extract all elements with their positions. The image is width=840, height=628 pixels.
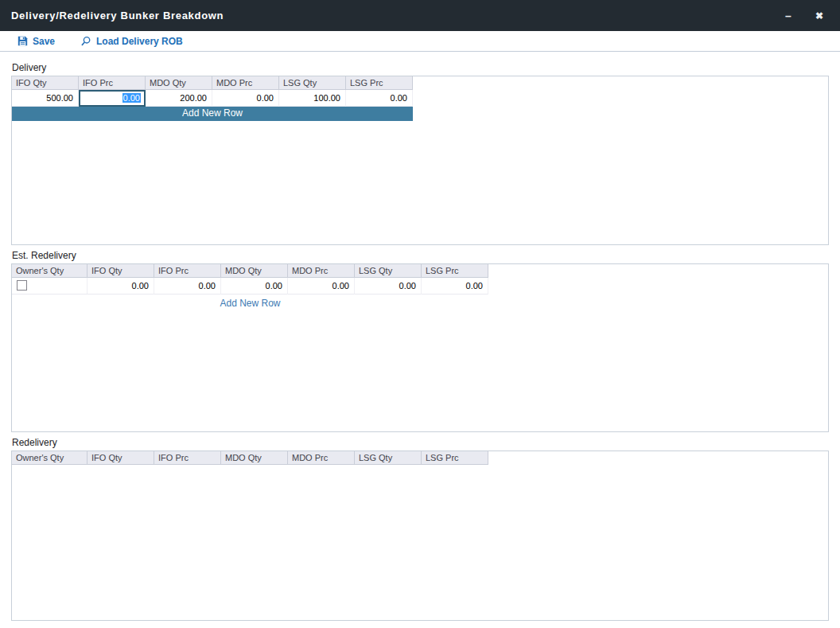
- est-redelivery-panel: Owner's Qty IFO Qty IFO Prc MDO Qty MDO …: [11, 263, 829, 432]
- cell-mdo-qty[interactable]: 200.00: [146, 90, 212, 107]
- column-header-lsg-prc: LSG Prc: [346, 76, 413, 90]
- cell-mdo-prc[interactable]: 0.00: [288, 278, 355, 294]
- column-header-lsg-prc: LSG Prc: [422, 264, 488, 278]
- est-redelivery-add-row-container: Add New Row: [12, 294, 488, 312]
- column-header-owners-qty: Owner's Qty: [12, 264, 88, 278]
- column-header-ifo-qty: IFO Qty: [88, 451, 154, 465]
- column-header-mdo-prc: MDO Prc: [288, 451, 355, 465]
- redelivery-section-label: Redelivery: [12, 438, 829, 448]
- column-header-lsg-qty: LSG Qty: [279, 76, 346, 90]
- column-header-lsg-qty: LSG Qty: [355, 264, 422, 278]
- est-redelivery-data-row: 0.00 0.00 0.00 0.00 0.00 0.00: [12, 278, 488, 294]
- est-redelivery-section: Est. Redelivery Owner's Qty IFO Qty IFO …: [11, 251, 829, 432]
- est-redelivery-add-new-row-button[interactable]: Add New Row: [220, 298, 280, 309]
- save-button[interactable]: Save: [18, 36, 55, 47]
- owners-qty-checkbox[interactable]: [17, 280, 27, 291]
- redelivery-header-row: Owner's Qty IFO Qty IFO Prc MDO Qty MDO …: [12, 451, 488, 465]
- column-header-owners-qty: Owner's Qty: [12, 451, 88, 465]
- dialog-content: Delivery IFO Qty IFO Prc MDO Qty MDO Prc…: [0, 52, 840, 621]
- toolbar: Save Load Delivery ROB: [0, 31, 840, 52]
- load-delivery-rob-label: Load Delivery ROB: [96, 36, 183, 47]
- cell-lsg-qty[interactable]: 100.00: [279, 90, 346, 107]
- delivery-data-row: 500.00 0.00 200.00 0.00 100.00 0.00: [12, 90, 413, 107]
- column-header-lsg-qty: LSG Qty: [355, 451, 422, 465]
- delivery-header-row: IFO Qty IFO Prc MDO Qty MDO Prc LSG Qty …: [12, 76, 413, 90]
- window-titlebar: Delivery/Redelivery Bunker Breakdown – ✖: [0, 0, 840, 31]
- est-redelivery-header-row: Owner's Qty IFO Qty IFO Prc MDO Qty MDO …: [12, 264, 488, 278]
- cell-lsg-prc[interactable]: 0.00: [422, 278, 488, 294]
- cell-mdo-prc[interactable]: 0.00: [212, 90, 279, 107]
- cell-owners-qty: [12, 278, 88, 294]
- redelivery-panel: Owner's Qty IFO Qty IFO Prc MDO Qty MDO …: [11, 451, 829, 621]
- column-header-mdo-qty: MDO Qty: [221, 264, 288, 278]
- est-redelivery-grid: Owner's Qty IFO Qty IFO Prc MDO Qty MDO …: [12, 264, 488, 312]
- delivery-grid: IFO Qty IFO Prc MDO Qty MDO Prc LSG Qty …: [12, 76, 413, 121]
- est-redelivery-section-label: Est. Redelivery: [12, 251, 829, 261]
- column-header-ifo-prc: IFO Prc: [154, 264, 221, 278]
- delivery-section: Delivery IFO Qty IFO Prc MDO Qty MDO Prc…: [11, 63, 829, 245]
- floppy-disk-icon: [18, 36, 28, 46]
- cell-ifo-prc-editing[interactable]: 0.00: [79, 90, 146, 107]
- column-header-ifo-qty: IFO Qty: [88, 264, 154, 278]
- column-header-lsg-prc: LSG Prc: [422, 451, 488, 465]
- cell-mdo-qty[interactable]: 0.00: [221, 278, 288, 294]
- window-controls: – ✖: [767, 6, 829, 25]
- redelivery-section: Redelivery Owner's Qty IFO Qty IFO Prc M…: [11, 438, 829, 621]
- column-header-mdo-qty: MDO Qty: [221, 451, 288, 465]
- column-header-ifo-prc: IFO Prc: [154, 451, 221, 465]
- column-header-ifo-prc: IFO Prc: [79, 76, 146, 90]
- selected-cell-text: 0.00: [122, 93, 141, 103]
- window-title: Delivery/Redelivery Bunker Breakdown: [11, 10, 224, 21]
- cell-ifo-qty[interactable]: 500.00: [12, 90, 79, 107]
- cell-lsg-qty[interactable]: 0.00: [355, 278, 422, 294]
- save-button-label: Save: [33, 36, 55, 47]
- cell-lsg-prc[interactable]: 0.00: [346, 90, 413, 107]
- delivery-add-new-row-button[interactable]: Add New Row: [12, 107, 413, 121]
- column-header-mdo-prc: MDO Prc: [288, 264, 355, 278]
- delivery-section-label: Delivery: [12, 63, 829, 73]
- redelivery-grid: Owner's Qty IFO Qty IFO Prc MDO Qty MDO …: [12, 451, 488, 465]
- minimize-button[interactable]: –: [779, 6, 798, 25]
- magnifier-icon: [80, 36, 91, 47]
- column-header-mdo-qty: MDO Qty: [146, 76, 212, 90]
- close-button[interactable]: ✖: [810, 6, 829, 25]
- load-delivery-rob-button[interactable]: Load Delivery ROB: [80, 36, 183, 47]
- cell-ifo-prc[interactable]: 0.00: [154, 278, 221, 294]
- column-header-ifo-qty: IFO Qty: [12, 76, 79, 90]
- cell-ifo-qty[interactable]: 0.00: [88, 278, 154, 294]
- column-header-mdo-prc: MDO Prc: [212, 76, 279, 90]
- delivery-panel: IFO Qty IFO Prc MDO Qty MDO Prc LSG Qty …: [11, 76, 829, 245]
